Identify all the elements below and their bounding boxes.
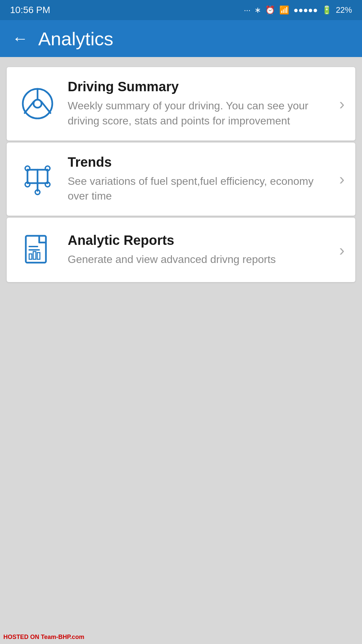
driving-summary-desc: Weekly summary of your driving. You can … [68,98,329,128]
status-time: 10:56 PM [10,5,50,15]
driving-summary-chevron: › [339,95,345,113]
svg-line-3 [25,102,34,113]
analytic-reports-title: Analytic Reports [68,233,329,248]
wifi-icon: 📶 [279,5,289,15]
analytic-reports-desc: Generate and view advanced drivng report… [68,252,329,267]
alarm-icon: ⏰ [265,5,275,15]
page-title: Analytics [38,28,113,50]
network-dots-icon: ●●●●● [293,5,317,15]
svg-rect-21 [37,253,40,259]
status-bar: 10:56 PM ··· ∗ ⏰ 📶 ●●●●● 🔋 22% [0,0,362,20]
report-chart-icon [17,230,58,270]
steering-wheel-icon [17,84,58,124]
analytic-reports-text: Analytic Reports Generate and view advan… [68,233,329,267]
svg-rect-20 [33,252,36,259]
svg-rect-19 [29,254,32,259]
analytic-reports-card[interactable]: Analytic Reports Generate and view advan… [7,218,355,282]
app-bar: ← Analytics [0,20,362,57]
battery-percent: 22% [336,5,352,15]
bluetooth-icon: ∗ [254,5,261,15]
signal-icon: ··· [244,5,250,15]
svg-point-1 [34,100,42,108]
trends-title: Trends [68,155,329,170]
gear-shift-icon [17,159,58,199]
driving-summary-title: Driving Summary [68,79,329,94]
analytic-reports-chevron: › [339,241,345,259]
trends-desc: See variations of fuel spent,fuel effici… [68,174,329,204]
trends-text: Trends See variations of fuel spent,fuel… [68,155,329,204]
trends-chevron: › [339,170,345,188]
driving-summary-text: Driving Summary Weekly summary of your d… [68,79,329,128]
status-icons: ··· ∗ ⏰ 📶 ●●●●● 🔋 22% [244,5,352,15]
battery-icon: 🔋 [322,5,332,15]
watermark: HOSTED ON Team-BHP.com [3,634,84,641]
trends-card[interactable]: Trends See variations of fuel spent,fuel… [7,143,355,216]
driving-summary-card[interactable]: Driving Summary Weekly summary of your d… [7,67,355,141]
main-content: Driving Summary Weekly summary of your d… [0,57,362,292]
svg-line-4 [41,102,50,113]
back-button[interactable]: ← [12,31,28,47]
